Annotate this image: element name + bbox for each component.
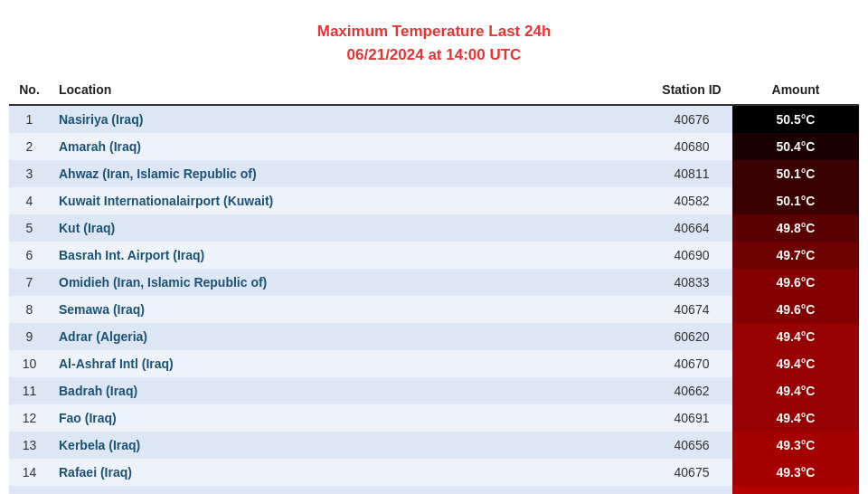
cell-no: 10 bbox=[9, 350, 50, 377]
cell-location: Abadan (Iran, Islamic Republic of) bbox=[50, 486, 651, 494]
cell-location: Fao (Iraq) bbox=[50, 404, 651, 432]
cell-amount: 49.8°C bbox=[732, 214, 859, 242]
cell-location: Omidieh (Iran, Islamic Republic of) bbox=[50, 269, 651, 296]
table-header-row: No. Location Station ID Amount bbox=[9, 75, 859, 105]
cell-no: 5 bbox=[9, 214, 50, 242]
cell-station-id: 60620 bbox=[651, 323, 732, 350]
cell-no: 7 bbox=[9, 269, 50, 296]
cell-station-id: 40656 bbox=[651, 432, 732, 459]
table-row: 15Abadan (Iran, Islamic Republic of)4083… bbox=[9, 486, 859, 494]
cell-location: Kuwait Internationalairport (Kuwait) bbox=[50, 187, 651, 214]
table-body: 1Nasiriya (Iraq)4067650.5°C2Amarah (Iraq… bbox=[9, 105, 859, 494]
cell-amount: 50.4°C bbox=[732, 133, 859, 160]
table-row: 7Omidieh (Iran, Islamic Republic of)4083… bbox=[9, 269, 859, 296]
table-row: 5Kut (Iraq)4066449.8°C bbox=[9, 214, 859, 242]
cell-location: Badrah (Iraq) bbox=[50, 377, 651, 404]
table-row: 13Kerbela (Iraq)4065649.3°C bbox=[9, 432, 859, 459]
table-row: 8Semawa (Iraq)4067449.6°C bbox=[9, 296, 859, 323]
col-header-no: No. bbox=[9, 75, 50, 105]
cell-amount: 49.6°C bbox=[732, 269, 859, 296]
cell-amount: 49.4°C bbox=[732, 323, 859, 350]
cell-amount: 50.1°C bbox=[732, 187, 859, 214]
cell-location: Nasiriya (Iraq) bbox=[50, 105, 651, 133]
table-row: 4Kuwait Internationalairport (Kuwait)405… bbox=[9, 187, 859, 214]
cell-station-id: 40691 bbox=[651, 404, 732, 432]
cell-station-id: 40662 bbox=[651, 377, 732, 404]
table-row: 2Amarah (Iraq)4068050.4°C bbox=[9, 133, 859, 160]
table-row: 11Badrah (Iraq)4066249.4°C bbox=[9, 377, 859, 404]
cell-location: Amarah (Iraq) bbox=[50, 133, 651, 160]
cell-no: 4 bbox=[9, 187, 50, 214]
cell-station-id: 40833 bbox=[651, 269, 732, 296]
col-header-amount: Amount bbox=[732, 75, 859, 105]
cell-station-id: 40675 bbox=[651, 459, 732, 486]
table-row: 12Fao (Iraq)4069149.4°C bbox=[9, 404, 859, 432]
cell-no: 12 bbox=[9, 404, 50, 432]
cell-station-id: 40582 bbox=[651, 187, 732, 214]
cell-no: 2 bbox=[9, 133, 50, 160]
cell-no: 6 bbox=[9, 242, 50, 269]
cell-station-id: 40811 bbox=[651, 160, 732, 187]
cell-amount: 49.6°C bbox=[732, 296, 859, 323]
cell-location: Adrar (Algeria) bbox=[50, 323, 651, 350]
table-row: 10Al-Ashraf Intl (Iraq)4067049.4°C bbox=[9, 350, 859, 377]
cell-amount: 49.3°C bbox=[732, 459, 859, 486]
cell-no: 8 bbox=[9, 296, 50, 323]
cell-location: Rafaei (Iraq) bbox=[50, 459, 651, 486]
table-row: 9Adrar (Algeria)6062049.4°C bbox=[9, 323, 859, 350]
cell-no: 9 bbox=[9, 323, 50, 350]
temperature-table: No. Location Station ID Amount 1Nasiriya… bbox=[9, 75, 859, 494]
cell-amount: 49.4°C bbox=[732, 404, 859, 432]
cell-no: 1 bbox=[9, 105, 50, 133]
cell-amount: 49.7°C bbox=[732, 242, 859, 269]
col-header-location: Location bbox=[50, 75, 651, 105]
cell-location: Basrah Int. Airport (Iraq) bbox=[50, 242, 651, 269]
cell-location: Ahwaz (Iran, Islamic Republic of) bbox=[50, 160, 651, 187]
table-row: 14Rafaei (Iraq)4067549.3°C bbox=[9, 459, 859, 486]
cell-no: 15 bbox=[9, 486, 50, 494]
cell-no: 13 bbox=[9, 432, 50, 459]
cell-station-id: 40831 bbox=[651, 486, 732, 494]
cell-amount: 50.5°C bbox=[732, 105, 859, 133]
cell-no: 3 bbox=[9, 160, 50, 187]
page-title: Maximum Temperature Last 24h 06/21/2024 … bbox=[9, 9, 859, 75]
cell-amount: 49.4°C bbox=[732, 350, 859, 377]
cell-station-id: 40690 bbox=[651, 242, 732, 269]
cell-no: 11 bbox=[9, 377, 50, 404]
cell-amount: 49.4°C bbox=[732, 377, 859, 404]
table-row: 6Basrah Int. Airport (Iraq)4069049.7°C bbox=[9, 242, 859, 269]
cell-location: Kerbela (Iraq) bbox=[50, 432, 651, 459]
cell-station-id: 40664 bbox=[651, 214, 732, 242]
cell-amount: 50.1°C bbox=[732, 160, 859, 187]
cell-location: Kut (Iraq) bbox=[50, 214, 651, 242]
cell-no: 14 bbox=[9, 459, 50, 486]
table-row: 3Ahwaz (Iran, Islamic Republic of)408115… bbox=[9, 160, 859, 187]
cell-station-id: 40674 bbox=[651, 296, 732, 323]
cell-amount: 49.3°C bbox=[732, 432, 859, 459]
cell-station-id: 40680 bbox=[651, 133, 732, 160]
cell-station-id: 40676 bbox=[651, 105, 732, 133]
cell-station-id: 40670 bbox=[651, 350, 732, 377]
cell-location: Al-Ashraf Intl (Iraq) bbox=[50, 350, 651, 377]
table-row: 1Nasiriya (Iraq)4067650.5°C bbox=[9, 105, 859, 133]
cell-location: Semawa (Iraq) bbox=[50, 296, 651, 323]
main-container: Maximum Temperature Last 24h 06/21/2024 … bbox=[9, 9, 859, 494]
col-header-station-id: Station ID bbox=[651, 75, 732, 105]
cell-amount: 49.2°C bbox=[732, 486, 859, 494]
